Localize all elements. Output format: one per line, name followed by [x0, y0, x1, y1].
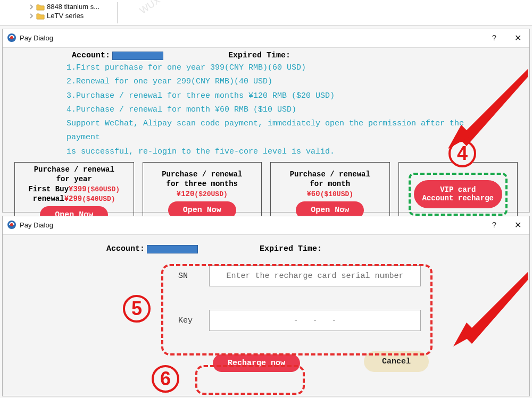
account-label: Account:	[72, 51, 110, 60]
account-row: Account: Expired Time:	[3, 244, 529, 253]
svg-point-1	[10, 36, 13, 39]
account-value-field	[112, 52, 163, 60]
pay-dialog-recharge: Pay Dialog ? ✕ Account: Expired Time: SN…	[2, 216, 530, 396]
chevron-right-icon	[29, 4, 34, 10]
close-button[interactable]: ✕	[506, 218, 529, 231]
expired-time-label: Expired Time:	[260, 244, 322, 253]
info-line-4: 4.Purchase / renewal for month ¥60 RMB (…	[66, 103, 476, 117]
dialog-title: Pay Dialog	[20, 221, 483, 229]
annotation-box-inputs	[161, 264, 433, 355]
pay-dialog-pricing: Pay Dialog ? ✕ Account: Expired Time: 1.…	[2, 29, 530, 213]
help-button[interactable]: ?	[483, 218, 506, 231]
info-line-3: 3.Purchase / renewal for three months ¥1…	[66, 89, 476, 103]
app-icon	[7, 33, 16, 43]
vip-recharge-button[interactable]: VIP card Account recharge	[414, 180, 502, 209]
info-line-1: 1.First purchase for one year 399(CNY RM…	[66, 61, 476, 75]
annotation-5: 5	[123, 295, 151, 323]
account-row: Account: Expired Time:	[3, 48, 529, 60]
expired-time-label: Expired Time:	[228, 51, 290, 60]
info-line-5: Support WeChat, Alipay scan code payment…	[66, 117, 476, 145]
annotation-4: 4	[448, 140, 476, 167]
annotation-box-recharge	[195, 365, 305, 395]
divider	[117, 2, 118, 23]
titlebar: Pay Dialog ? ✕	[3, 29, 529, 48]
explorer-strip: 8848 titanium s... LeTV series WUX	[0, 0, 532, 26]
close-button[interactable]: ✕	[506, 31, 529, 44]
titlebar: Pay Dialog ? ✕	[3, 216, 529, 235]
svg-point-5	[10, 223, 13, 226]
annotation-6: 6	[152, 365, 179, 393]
watermark: WUX	[138, 0, 163, 16]
info-line-6: is successful, re-login to the five-core…	[66, 145, 476, 159]
tree-label: 8848 titanium s...	[47, 3, 99, 11]
info-line-2: 2.Renewal for one year 299(CNY RMB)(40 U…	[66, 75, 476, 89]
folder-icon	[36, 12, 45, 20]
chevron-right-icon	[29, 13, 34, 19]
folder-icon	[36, 3, 45, 11]
help-button[interactable]: ?	[483, 31, 506, 44]
vip-highlight: VIP card Account recharge	[409, 173, 508, 216]
account-label: Account:	[106, 244, 145, 253]
tree-label: LeTV series	[47, 12, 84, 20]
tree-item-letv[interactable]: LeTV series	[29, 11, 116, 20]
dialog-title: Pay Dialog	[20, 34, 483, 42]
account-value-field	[147, 245, 198, 253]
tree-item-8848[interactable]: 8848 titanium s...	[29, 2, 116, 11]
app-icon	[7, 220, 16, 230]
